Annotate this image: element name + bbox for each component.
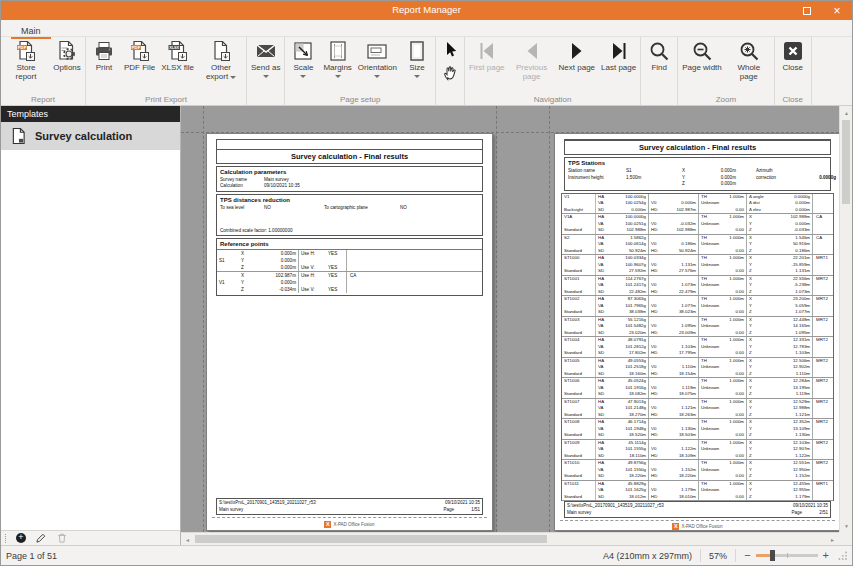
next-page-label: Next page (559, 64, 595, 73)
vertical-scrollbar[interactable]: ▲ ▼ (839, 106, 852, 532)
delete-trash-button[interactable] (56, 532, 68, 544)
zoom-slider-tick (787, 553, 788, 558)
last-page-button[interactable]: Last page (598, 37, 639, 73)
zoom-in-button[interactable]: + (823, 550, 829, 561)
aux-label: HD (649, 289, 662, 296)
measurement-type: Standard (562, 453, 596, 460)
meas-value: 18.082m (609, 391, 649, 398)
add-template-button[interactable]: + (16, 533, 26, 543)
send-as-button[interactable]: Send as (248, 37, 283, 78)
target-code (813, 248, 833, 255)
scale-button[interactable]: Scale (286, 37, 320, 78)
meas-label: SD (596, 207, 609, 214)
last-page-label: Last page (601, 64, 636, 73)
scroll-down-arrow[interactable]: ▼ (840, 519, 852, 532)
scroll-left-arrow[interactable]: ◄ (181, 533, 194, 545)
param-label: Calculation (220, 183, 264, 189)
zoom-slider-track[interactable] (756, 554, 818, 557)
tps-measurement-block: S2 HA 1.5862g TH 1.000m X 1.546m CA VA 1… (562, 235, 833, 256)
next-page-button[interactable]: Next page (556, 37, 598, 73)
coord-value: 0.000m (773, 207, 813, 214)
size-icon (405, 39, 429, 63)
meas-label: SD (596, 268, 609, 275)
page-width-button[interactable]: Page width (679, 37, 725, 73)
options-icon (55, 39, 79, 63)
size-label: Size (409, 64, 425, 73)
whole-page-button[interactable]: Whole page (725, 37, 773, 81)
svg-text:PDF: PDF (18, 45, 27, 50)
footer-logo: X X-PAD Office Fusion (212, 517, 487, 528)
tps-measurement-block: ST1006 HA 45.0524g TH 1.000m X 12.284m M… (562, 378, 833, 399)
coord-label: Z (747, 227, 773, 234)
horizontal-scrollbar[interactable]: ◄ ► (181, 532, 839, 545)
group-find: Find (641, 37, 678, 105)
other-export-label: Other export (200, 64, 242, 81)
close-preview-button[interactable]: Close (776, 37, 810, 73)
mid-value: 0.00 (729, 391, 747, 398)
titlebar: Report Manager × (1, 1, 852, 20)
scroll-up-arrow[interactable]: ▲ (840, 106, 852, 119)
report-title: Survey calculation - Final results (216, 149, 483, 164)
zoom-out-icon (690, 39, 714, 63)
zoom-out-button[interactable]: − (744, 550, 750, 561)
coord-label: Z (747, 289, 773, 296)
window-buttons: × (792, 1, 852, 20)
use-value (326, 279, 347, 286)
measurement-type: Standard (562, 330, 596, 337)
send-as-label: Send as (251, 64, 280, 73)
point-code (347, 279, 482, 286)
coord-value: 0.000m (251, 250, 299, 257)
select-cursor-button[interactable] (440, 39, 460, 61)
point-name: S1 (217, 257, 241, 264)
target-code (813, 350, 833, 357)
reference-point-row: V1 X 102.987m Use H: YES CA Y 0.000m Z (217, 271, 482, 293)
measurement-type: Standard (562, 371, 596, 378)
meas-label: SD (596, 227, 609, 234)
meas-label: SD (596, 412, 609, 419)
xlsx-file-button[interactable]: XLSX XLSX file (158, 37, 197, 73)
coord-value: 1.110m (773, 371, 813, 378)
tps-measurement-block: ST1002 HA 87.3063g TH 1.000m X 23.200m M… (562, 296, 833, 317)
target-code (813, 289, 833, 296)
point-code (347, 264, 482, 271)
meas-value: 18.270m (609, 412, 649, 419)
maximize-button[interactable] (792, 1, 822, 20)
meas-label: SD (596, 494, 609, 501)
sidebar-item-survey-calculation[interactable]: Survey calculation (1, 122, 180, 150)
previous-page-icon (520, 39, 544, 63)
report-preview-area[interactable]: Survey calculation - Final results Calcu… (181, 106, 852, 545)
mid-value: 0.00 (729, 289, 747, 296)
pdf-file-button[interactable]: PDF PDF File (121, 37, 158, 73)
measurement-type: Standard (562, 432, 596, 439)
edit-pencil-button[interactable] (35, 532, 47, 544)
horizontal-scroll-thumb[interactable] (195, 535, 547, 543)
coord-value: 1.152m (773, 473, 813, 480)
pan-hand-button[interactable] (440, 61, 460, 83)
other-export-button[interactable]: Other export (197, 37, 245, 81)
tps-measurement-block: V1 HA 100.0000g TH 1.000m Δ angle 0.0000… (562, 194, 833, 215)
zoom-slider-handle[interactable] (770, 550, 775, 561)
previous-page-button[interactable]: Previous page (508, 37, 556, 81)
paper-size-indicator: A4 (210mm x 297mm) (603, 551, 692, 561)
coord-label: Z (747, 494, 773, 501)
group-report: PDF Store report Options Report (1, 37, 86, 105)
size-button[interactable]: Size (400, 37, 434, 78)
store-report-button[interactable]: PDF Store report (2, 37, 50, 81)
meas-label: SD (596, 391, 609, 398)
chevron-down-icon (263, 75, 269, 78)
margins-button[interactable]: Margins (320, 37, 354, 78)
options-button[interactable]: Options (50, 37, 84, 73)
reference-points-table: S1 X 0.000m Use H: YES Y 0.000m Z (217, 249, 482, 293)
close-window-button[interactable]: × (822, 1, 852, 20)
logo-text: X-PAD Office Fusion (681, 524, 722, 529)
aux-label: HD (649, 207, 662, 214)
section-reference-points: Reference points S1 X 0.000m Use H: YES … (216, 238, 483, 296)
first-page-button[interactable]: First page (466, 37, 508, 73)
vertical-scroll-thumb[interactable] (842, 120, 850, 204)
target-code (813, 268, 833, 275)
orientation-button[interactable]: Orientation (355, 37, 400, 78)
scroll-right-arrow[interactable]: ► (826, 533, 839, 545)
margin-guide (549, 106, 550, 532)
find-button[interactable]: Find (642, 37, 676, 73)
print-button[interactable]: Print (87, 37, 121, 73)
